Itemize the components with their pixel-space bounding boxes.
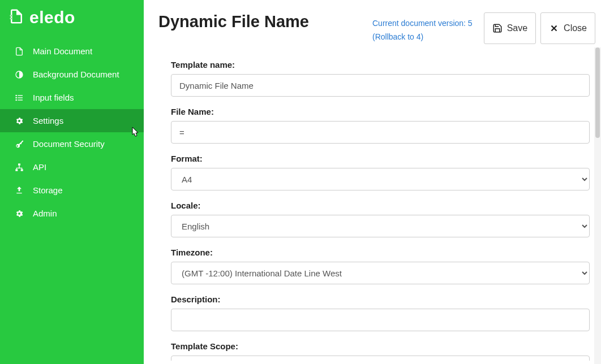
upload-icon <box>14 186 25 195</box>
sidebar-item-label: Background Document <box>33 70 119 79</box>
sidebar-item-label: Admin <box>33 209 57 218</box>
sidebar-item-label: Settings <box>33 116 63 125</box>
sidebar-item-document-security[interactable]: Document Security <box>0 132 144 155</box>
sidebar-item-label: Storage <box>33 185 63 195</box>
sidebar-item-admin[interactable]: Admin <box>0 202 144 225</box>
sidebar-item-storage[interactable]: Storage <box>0 179 144 202</box>
list-icon <box>14 93 25 102</box>
close-button-label: Close <box>564 23 587 33</box>
logo-text: eledo <box>29 8 75 27</box>
version-info: Current document version: 5 (Rollback to… <box>372 12 473 44</box>
sidebar-item-background-document[interactable]: Background Document <box>0 63 144 86</box>
format-label: Format <box>171 154 590 163</box>
version-link[interactable]: Current document version: 5 <box>372 19 473 28</box>
file-name-label: File Name <box>171 107 590 116</box>
contrast-icon <box>14 70 25 79</box>
template-scope-label: Template Scope <box>171 341 590 351</box>
template-name-label: Template name <box>171 60 590 70</box>
save-icon <box>492 23 503 33</box>
main-content: Dynamic File Name Current document versi… <box>144 0 601 364</box>
svg-rect-8 <box>15 169 18 171</box>
format-select[interactable]: A4 <box>171 168 590 190</box>
svg-rect-9 <box>21 169 23 171</box>
timezone-select[interactable]: (GMT -12:00) International Date Line Wes… <box>171 262 590 284</box>
header: Dynamic File Name Current document versi… <box>144 0 601 44</box>
scrollbar-thumb[interactable] <box>595 47 600 138</box>
key-icon <box>14 140 25 149</box>
rollback-link[interactable]: (Rollback to 4) <box>372 32 423 41</box>
svg-point-4 <box>16 95 16 96</box>
close-icon <box>549 23 559 33</box>
locale-select[interactable]: English <box>171 215 590 237</box>
sidebar: eledo Main Document Background Document … <box>0 0 144 364</box>
gear-icon <box>14 116 25 125</box>
sidebar-item-main-document[interactable]: Main Document <box>0 40 144 63</box>
svg-rect-7 <box>18 163 20 165</box>
save-button[interactable]: Save <box>484 12 536 44</box>
template-name-input[interactable] <box>171 74 590 97</box>
logo-icon <box>8 8 25 27</box>
form-area: Template name File Name Format A4 Locale… <box>144 44 601 361</box>
save-button-label: Save <box>507 23 527 33</box>
svg-point-6 <box>16 99 16 100</box>
locale-label: Locale <box>171 201 590 210</box>
file-name-input[interactable] <box>171 121 590 144</box>
close-button[interactable]: Close <box>540 12 595 44</box>
sidebar-item-label: Input fields <box>33 93 74 102</box>
page-title: Dynamic File Name <box>158 12 372 31</box>
sidebar-item-api[interactable]: API <box>0 155 144 179</box>
sidebar-item-label: Main Document <box>33 46 92 56</box>
sidebar-item-input-fields[interactable]: Input fields <box>0 86 144 109</box>
document-icon <box>14 47 25 56</box>
sidebar-nav: Main Document Background Document Input … <box>0 40 144 225</box>
sidebar-item-settings[interactable]: Settings <box>0 109 144 132</box>
logo: eledo <box>0 0 144 40</box>
sidebar-item-label: Document Security <box>33 139 105 149</box>
sitemap-icon <box>14 163 25 172</box>
gear-icon <box>14 209 25 218</box>
sidebar-item-label: API <box>33 162 46 172</box>
description-label: Description <box>171 294 590 304</box>
timezone-label: Timezone <box>171 248 590 257</box>
description-input[interactable] <box>171 309 590 331</box>
template-scope-select[interactable]: Private <box>171 356 590 361</box>
svg-point-5 <box>16 97 16 98</box>
